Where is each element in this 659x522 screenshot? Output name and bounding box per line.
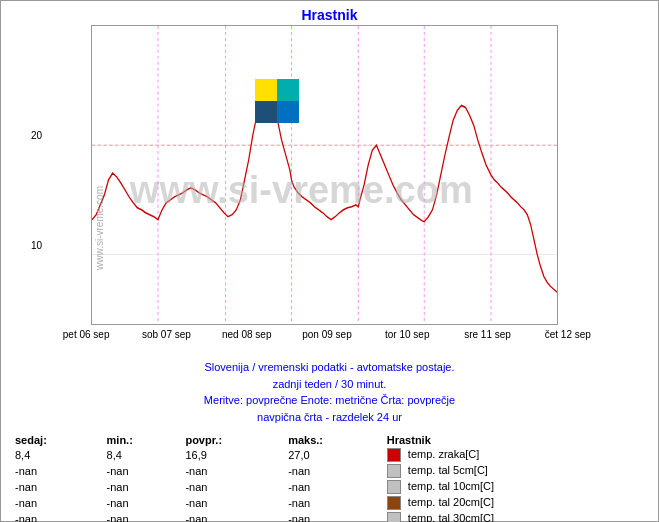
legend-min-1: -nan	[103, 463, 182, 479]
info-text: Slovenija / vremenski podatki - avtomats…	[1, 359, 658, 425]
legend-color-3	[387, 496, 401, 510]
si-vreme-label: www.si-vreme.com	[94, 186, 105, 270]
legend-col-povpr: povpr.:	[181, 433, 284, 447]
svg-rect-0	[92, 26, 557, 324]
legend-maks-2: -nan	[284, 479, 383, 495]
legend-label-0: temp. zraka[C]	[383, 447, 648, 463]
chart-area: www.si-vreme.com	[91, 25, 558, 325]
legend-min-3: -nan	[103, 495, 182, 511]
chart-container: Hrastnik 20 10 www.si-vreme.com	[0, 0, 659, 522]
logo-icon	[255, 79, 299, 123]
legend-label-2: temp. tal 10cm[C]	[383, 479, 648, 495]
y-axis: 20 10	[1, 25, 46, 325]
legend-povpr-2: -nan	[181, 479, 284, 495]
legend-row-0: 8,4 8,4 16,9 27,0 temp. zraka[C]	[11, 447, 648, 463]
chart-svg	[92, 26, 557, 324]
x-label-5: sre 11 sep	[447, 329, 527, 340]
legend-row-1: -nan -nan -nan -nan temp. tal 5cm[C]	[11, 463, 648, 479]
legend-min-0: 8,4	[103, 447, 182, 463]
legend-sedaj-1: -nan	[11, 463, 103, 479]
legend-povpr-3: -nan	[181, 495, 284, 511]
legend-col-min: min.:	[103, 433, 182, 447]
x-label-2: ned 08 sep	[207, 329, 287, 340]
chart-right-pad	[608, 25, 658, 325]
y-tick-20: 20	[31, 130, 42, 141]
logo-dark	[255, 101, 277, 123]
legend-table: sedaj: min.: povpr.: maks.: Hrastnik 8,4…	[11, 433, 648, 522]
legend-col-sedaj: sedaj:	[11, 433, 103, 447]
legend-label-3: temp. tal 20cm[C]	[383, 495, 648, 511]
legend-header-row: sedaj: min.: povpr.: maks.: Hrastnik	[11, 433, 648, 447]
legend-min-4: -nan	[103, 511, 182, 522]
legend-min-2: -nan	[103, 479, 182, 495]
legend-col-maks: maks.:	[284, 433, 383, 447]
y-tick-10: 10	[31, 240, 42, 251]
x-label-6: čet 12 sep	[528, 329, 608, 340]
legend-maks-0: 27,0	[284, 447, 383, 463]
logo-teal	[277, 79, 299, 101]
legend-maks-3: -nan	[284, 495, 383, 511]
legend-color-4	[387, 512, 401, 522]
x-label-3: pon 09 sep	[287, 329, 367, 340]
legend-sedaj-2: -nan	[11, 479, 103, 495]
legend-sedaj-3: -nan	[11, 495, 103, 511]
x-label-4: tor 10 sep	[367, 329, 447, 340]
logo-yellow	[255, 79, 277, 101]
x-label-1: sob 07 sep	[126, 329, 206, 340]
legend-povpr-4: -nan	[181, 511, 284, 522]
info-line-0: Slovenija / vremenski podatki - avtomats…	[1, 359, 658, 376]
info-line-1: zadnji teden / 30 minut.	[1, 376, 658, 393]
logo-blue	[277, 101, 299, 123]
x-label-0: pet 06 sep	[46, 329, 126, 340]
x-axis-area: pet 06 sep sob 07 sep ned 08 sep pon 09 …	[46, 325, 608, 355]
legend-row-2: -nan -nan -nan -nan temp. tal 10cm[C]	[11, 479, 648, 495]
legend-maks-1: -nan	[284, 463, 383, 479]
legend-povpr-1: -nan	[181, 463, 284, 479]
legend-color-0	[387, 448, 401, 462]
legend-sedaj-0: 8,4	[11, 447, 103, 463]
legend-sedaj-4: -nan	[11, 511, 103, 522]
legend-row-4: -nan -nan -nan -nan temp. tal 30cm[C]	[11, 511, 648, 522]
chart-title: Hrastnik	[1, 1, 658, 25]
legend-label-4: temp. tal 30cm[C]	[383, 511, 648, 522]
legend-label-1: temp. tal 5cm[C]	[383, 463, 648, 479]
legend-color-1	[387, 464, 401, 478]
legend-maks-4: -nan	[284, 511, 383, 522]
axis-container: 20 10 www.si-vreme.com	[1, 25, 658, 325]
legend-col-station: Hrastnik	[383, 433, 648, 447]
info-line-3: navpična črta - razdelek 24 ur	[1, 409, 658, 426]
legend-row-3: -nan -nan -nan -nan temp. tal 20cm[C]	[11, 495, 648, 511]
legend-color-2	[387, 480, 401, 494]
legend-povpr-0: 16,9	[181, 447, 284, 463]
info-line-2: Meritve: povprečne Enote: metrične Črta:…	[1, 392, 658, 409]
